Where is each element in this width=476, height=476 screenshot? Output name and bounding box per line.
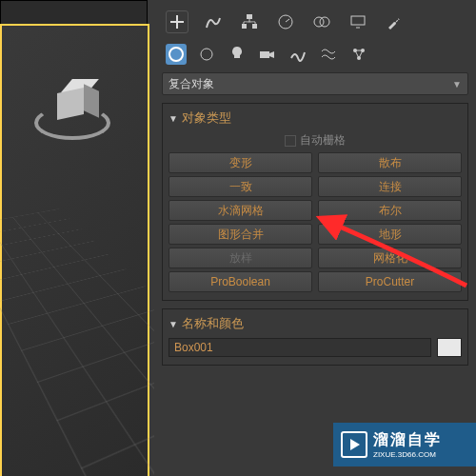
rollout-title: 对象类型 <box>182 109 231 127</box>
box-mesh <box>51 83 93 125</box>
svg-rect-2 <box>252 24 257 29</box>
create-tab[interactable] <box>166 10 188 33</box>
display-tab[interactable] <box>347 10 369 33</box>
viewport-active[interactable] <box>1 25 149 476</box>
modify-tab[interactable] <box>202 10 225 33</box>
rollout-title: 名称和颜色 <box>182 315 244 332</box>
subcategory-dropdown[interactable]: 复合对象 ▼ <box>162 72 468 95</box>
geometry-category[interactable] <box>166 44 187 65</box>
utilities-tab[interactable] <box>383 10 406 33</box>
object-type-button[interactable]: 图形合并 <box>169 224 312 245</box>
dropdown-value: 复合对象 <box>169 76 214 92</box>
object-color-swatch[interactable] <box>437 338 462 357</box>
object-type-button[interactable]: 散布 <box>318 152 462 173</box>
svg-rect-6 <box>351 16 365 25</box>
svg-point-7 <box>169 48 183 61</box>
viewport[interactable] <box>0 0 148 476</box>
object-type-button: 放样 <box>169 248 312 268</box>
object-type-button[interactable]: 一致 <box>169 176 312 197</box>
command-panel: 复合对象 ▼ ▼ 对象类型 自动栅格 变形散布一致连接水滴网格布尔图形合并地形放… <box>154 0 476 476</box>
circles-icon[interactable] <box>310 10 333 33</box>
watermark-text-cn: 溜溜自学 <box>373 430 442 450</box>
object-type-button[interactable]: 水滴网格 <box>169 200 312 221</box>
object-type-button[interactable]: 网格化 <box>318 248 462 268</box>
svg-point-4 <box>314 17 324 27</box>
object-type-button[interactable]: ProBoolean <box>169 271 312 292</box>
play-icon <box>341 431 367 458</box>
svg-rect-1 <box>242 24 247 29</box>
motion-tab[interactable] <box>274 10 297 33</box>
systems-category[interactable] <box>348 44 369 65</box>
name-color-rollout: ▼ 名称和颜色 <box>162 308 468 366</box>
watermark-text-en: ZIXUE.3D66.COM <box>373 450 442 459</box>
object-type-button[interactable]: 连接 <box>318 176 462 197</box>
object-buttons-grid: 变形散布一致连接水滴网格布尔图形合并地形放样网格化ProBooleanProCu… <box>169 152 462 292</box>
object-type-button[interactable]: 变形 <box>169 152 312 173</box>
shapes-category[interactable] <box>196 44 217 65</box>
autogrid-label: 自动栅格 <box>300 132 346 149</box>
object-type-button[interactable]: 地形 <box>318 224 462 245</box>
collapse-arrow-icon: ▼ <box>169 319 178 329</box>
rollout-header-name-color[interactable]: ▼ 名称和颜色 <box>169 315 462 332</box>
object-type-button[interactable]: ProCutter <box>318 271 462 292</box>
cameras-category[interactable] <box>257 44 278 65</box>
scene-object[interactable] <box>34 77 110 153</box>
object-type-button[interactable]: 布尔 <box>318 200 462 221</box>
svg-point-8 <box>201 49 212 60</box>
chevron-down-icon: ▼ <box>452 79 462 89</box>
main-tabs <box>162 6 468 38</box>
lights-category[interactable] <box>227 44 248 65</box>
svg-rect-0 <box>247 14 252 19</box>
svg-rect-9 <box>260 51 269 58</box>
category-row <box>162 40 468 69</box>
svg-point-5 <box>320 17 329 27</box>
object-type-rollout: ▼ 对象类型 自动栅格 变形散布一致连接水滴网格布尔图形合并地形放样网格化Pro… <box>162 103 468 301</box>
spacewarps-category[interactable] <box>318 44 339 65</box>
collapse-arrow-icon: ▼ <box>169 113 178 124</box>
object-name-input[interactable] <box>169 338 431 357</box>
autogrid-row: 自动栅格 <box>169 132 462 149</box>
autogrid-checkbox[interactable] <box>285 135 296 147</box>
hierarchy-tab[interactable] <box>238 10 261 33</box>
watermark: 溜溜自学 ZIXUE.3D66.COM <box>333 423 476 466</box>
rollout-header-object-type[interactable]: ▼ 对象类型 <box>169 109 462 127</box>
helpers-category[interactable] <box>288 44 308 65</box>
